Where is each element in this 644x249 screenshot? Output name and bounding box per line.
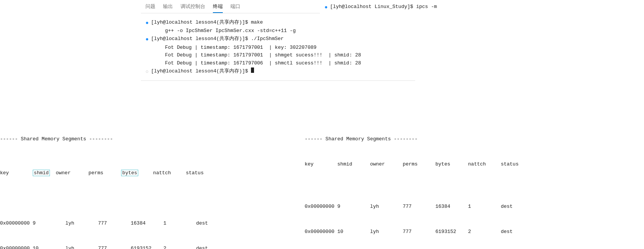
right-terminal-content: ● [lyh@localhost Linux_Study]$ ipcs -m <box>320 0 510 14</box>
table-row: 0x00000000 9 lyh 777 16384 1 dest <box>305 202 644 211</box>
col-key-left: key <box>0 170 33 176</box>
right-terminal-panel: ● [lyh@localhost Linux_Study]$ ipcs -m <box>320 0 510 14</box>
table-right-rows: 0x00000000 9 lyh 777 16384 1 dest 0x0000… <box>305 186 644 249</box>
prompt-line-1: ● [lyh@localhost lesson4(共享内存)]$ make <box>145 19 411 27</box>
output-line-2: Fot Debug | timestamp: 1671797001 | key:… <box>145 44 411 52</box>
table-left-header: ------ Shared Memory Segments -------- <box>0 135 289 143</box>
prompt-text-3: [lyh@localhost lesson4(共享内存)]$ <box>151 67 251 76</box>
table-left-rows: 0x00000000 9 lyh 777 16384 1 dest 0x0000… <box>0 202 289 249</box>
tab-output[interactable]: 输出 <box>163 3 173 13</box>
col-shmid-left-highlighted: shmid <box>33 170 50 176</box>
tab-terminal[interactable]: 终端 <box>213 3 223 13</box>
output-line-1: g++ -o IpcShmSer IpcShmSer.cxx -std=c++1… <box>145 27 411 35</box>
output-line-4: Fot Debug | timestamp: 1671797006 | shmc… <box>145 59 411 67</box>
table-left-col-headers: key shmid owner perms bytes nattch statu… <box>0 160 289 185</box>
table-row: 0x00000000 9 lyh 777 16384 1 dest <box>0 219 289 228</box>
tab-port[interactable]: 端口 <box>230 3 240 13</box>
terminal-output: ● [lyh@localhost lesson4(共享内存)]$ make g+… <box>141 17 415 77</box>
tab-debug-console[interactable]: 调试控制台 <box>181 3 205 13</box>
table-right-col-headers: key shmid owner perms bytes nattch statu… <box>305 160 644 169</box>
dot-icon-ipcs: ● <box>324 3 328 11</box>
table-row: 0x00000000 10 lyh 777 6193152 2 dest <box>305 228 644 236</box>
table-left-container: ------ Shared Memory Segments -------- k… <box>0 118 289 249</box>
col-owner-left: owner perms <box>50 170 121 176</box>
prompt-text-1: [lyh@localhost lesson4(共享内存)]$ make <box>151 19 263 27</box>
table-right-container: ------ Shared Memory Segments -------- k… <box>305 118 644 249</box>
prompt-line-3: ○ [lyh@localhost lesson4(共享内存)]$ <box>145 67 411 76</box>
tab-problems[interactable]: 问题 <box>145 3 155 13</box>
col-bytes-left-highlighted: bytes <box>121 170 138 176</box>
dot-icon-2: ● <box>145 35 149 43</box>
dot-icon-3: ○ <box>145 67 149 76</box>
prompt-line-2: ● [lyh@localhost lesson4(共享内存)]$ ./IpcSh… <box>145 35 411 43</box>
table-right: ------ Shared Memory Segments -------- k… <box>305 118 644 249</box>
table-left: ------ Shared Memory Segments -------- k… <box>0 118 289 249</box>
prompt-text-2: [lyh@localhost lesson4(共享内存)]$ ./IpcShmS… <box>151 35 283 43</box>
table-right-header: ------ Shared Memory Segments -------- <box>305 135 644 143</box>
table-row: 0x00000000 10 lyh 777 6193152 2 dest <box>0 244 289 249</box>
dot-icon-1: ● <box>145 19 149 27</box>
cursor <box>251 67 254 73</box>
col-nattch-left: nattch status <box>138 170 204 176</box>
ipcs-prompt-text: [lyh@localhost Linux_Study]$ ipcs -m <box>330 3 437 11</box>
ipcs-prompt-line: ● [lyh@localhost Linux_Study]$ ipcs -m <box>324 3 506 11</box>
output-line-3: Fot Debug | timestamp: 1671797001 | shmg… <box>145 51 411 59</box>
